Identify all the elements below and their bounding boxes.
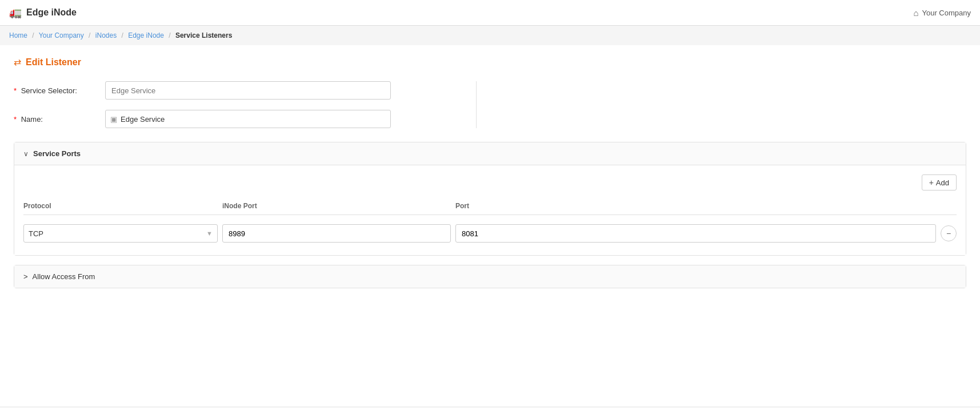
service-selector-input[interactable] [105,81,391,100]
service-ports-body: + Add Protocol iNode Port Port TCP UDP ▼ [14,165,966,255]
home-icon: ⌂ [913,8,918,18]
breadcrumb-current: Service Listeners [175,31,232,39]
port-input[interactable] [455,224,936,243]
protocol-header: Protocol [23,202,218,210]
protocol-select-wrapper: TCP UDP ▼ [23,224,218,243]
name-label: * Name: [14,115,105,124]
port-header: Port [455,202,957,210]
name-input-wrapper: ▣ [105,110,391,128]
plus-icon: + [929,178,934,187]
add-btn-row: + Add [23,174,957,190]
service-ports-chevron: ∨ [23,150,29,158]
breadcrumb-company[interactable]: Your Company [39,31,84,39]
add-port-button[interactable]: + Add [922,174,957,190]
allow-access-header[interactable]: > Allow Access From [14,265,966,288]
name-field-icon: ▣ [110,115,117,124]
service-ports-title: Service Ports [33,149,81,158]
breadcrumb-inodes[interactable]: iNodes [95,31,117,39]
breadcrumb-edge-inode[interactable]: Edge iNode [128,31,164,39]
company-selector[interactable]: ⌂ Your Company [913,8,971,18]
remove-row-button[interactable]: − [941,225,957,241]
name-input[interactable] [121,115,386,124]
name-row: * Name: ▣ [14,110,476,128]
inode-port-input[interactable] [222,224,451,243]
breadcrumb: Home / Your Company / iNodes / Edge iNod… [0,26,980,45]
allow-access-chevron: > [23,272,28,281]
minus-icon: − [946,229,951,238]
page-title: 🚛 Edge iNode [9,6,77,19]
allow-access-section: > Allow Access From [14,265,966,288]
service-selector-row: * Service Selector: [14,81,476,100]
breadcrumb-home[interactable]: Home [9,31,27,39]
edit-listener-icon: ⇄ [14,57,21,67]
allow-access-title: Allow Access From [33,272,95,281]
protocol-select[interactable]: TCP UDP [29,229,206,238]
table-row: TCP UDP ▼ − [23,221,957,246]
page-title-heading: Edit Listener [26,57,81,67]
select-arrow-icon: ▼ [206,230,213,237]
service-ports-section: ∨ Service Ports + Add Protocol iNode Por… [14,142,966,256]
ports-table-header: Protocol iNode Port Port [23,197,957,215]
service-ports-header[interactable]: ∨ Service Ports [14,142,966,165]
inode-icon: 🚛 [9,6,22,19]
page-header: ⇄ Edit Listener [14,57,966,67]
main-content: ⇄ Edit Listener * Service Selector: * Na… [0,45,980,407]
inode-port-header: iNode Port [222,202,451,210]
top-bar: 🚛 Edge iNode ⌂ Your Company [0,0,980,26]
service-selector-label: * Service Selector: [14,86,105,95]
footer-actions: Cancel 💾 Update [0,407,980,409]
